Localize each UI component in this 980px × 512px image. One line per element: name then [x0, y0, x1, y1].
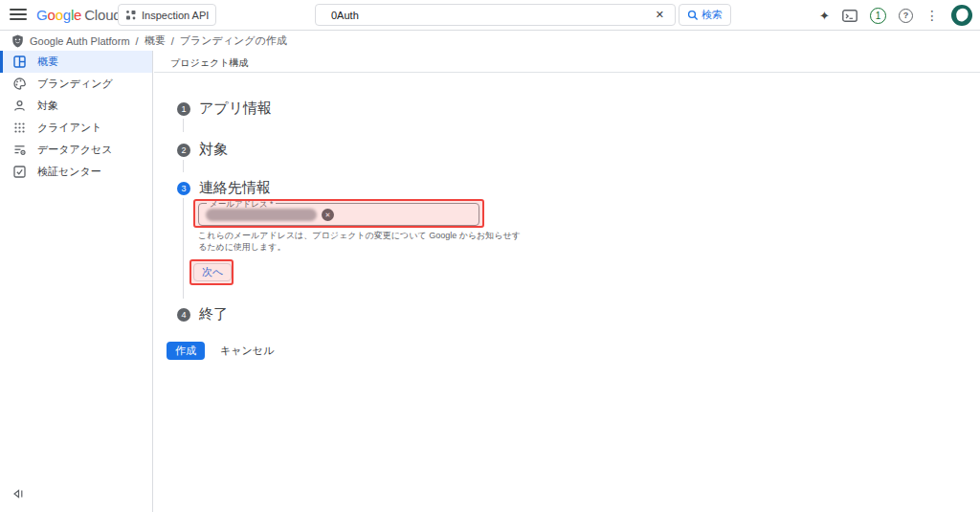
sidebar-item-label: ブランディング: [37, 77, 113, 91]
help-icon[interactable]: ?: [899, 9, 913, 23]
step-number-badge: 1: [177, 102, 190, 116]
step-label: 連絡先情報: [199, 179, 271, 197]
collapse-sidebar-icon[interactable]: [13, 485, 24, 502]
menu-icon[interactable]: [10, 9, 27, 22]
helper-line: これらのメールアドレスは、プロジェクトの変更について Google からお知らせ…: [198, 230, 521, 241]
project-icon: [125, 10, 137, 21]
sidebar-item-label: データアクセス: [37, 143, 113, 157]
project-selector-label: Inspection API: [142, 10, 209, 21]
step-connector: [183, 160, 184, 172]
sidebar-item-label: 概要: [37, 55, 58, 69]
sidebar-item-clients[interactable]: クライアント: [0, 117, 152, 139]
more-options-icon[interactable]: ⋮: [925, 8, 939, 23]
page-title: プロジェクト構成: [170, 56, 248, 70]
step-app-info[interactable]: 1 アプリ情報: [177, 100, 272, 118]
search-input-value[interactable]: 0Auth: [316, 10, 645, 21]
helper-line: るために使用します。: [198, 241, 521, 253]
form-actions: 作成 キャンセル: [167, 342, 278, 360]
step-label: 終了: [199, 305, 228, 323]
clear-search-icon[interactable]: ✕: [645, 9, 675, 21]
data-access-icon: [13, 144, 26, 156]
verification-check-icon: [13, 166, 26, 178]
breadcrumb-section[interactable]: 概要: [145, 33, 166, 48]
gemini-sparkle-icon[interactable]: ✦: [819, 9, 830, 23]
breadcrumb-separator: /: [171, 35, 174, 47]
account-avatar[interactable]: [951, 5, 972, 26]
sidebar-nav: 概要 ブランディング 対象 クライアント データアクセス: [0, 51, 153, 512]
remove-chip-icon[interactable]: ✕: [322, 209, 334, 221]
sidebar-item-label: クライアント: [37, 121, 102, 135]
breadcrumb-root[interactable]: Google Auth Platform: [30, 35, 130, 47]
step-audience[interactable]: 2 対象: [177, 141, 228, 159]
step-number-badge: 2: [177, 144, 190, 157]
person-icon: [13, 100, 26, 112]
search-bar: 0Auth ✕ 検索: [315, 4, 731, 26]
logo-letter: g: [63, 7, 71, 23]
next-button[interactable]: 次へ: [193, 263, 232, 281]
sidebar-item-verification-center[interactable]: 検証センター: [0, 161, 152, 183]
sidebar-item-label: 検証センター: [37, 165, 101, 179]
step-number-badge: 4: [177, 308, 190, 322]
auth-platform-shield-icon: [11, 34, 24, 48]
email-helper-text: これらのメールアドレスは、プロジェクトの変更について Google からお知らせ…: [198, 230, 521, 253]
breadcrumb: Google Auth Platform / 概要 / ブランディングの作成: [0, 31, 980, 51]
google-cloud-logo[interactable]: GoogleCloud: [36, 7, 121, 23]
logo-letter: e: [74, 7, 81, 23]
notifications-icon[interactable]: 1: [870, 8, 886, 24]
sidebar-item-branding[interactable]: ブランディング: [0, 73, 152, 95]
sidebar-item-label: 対象: [37, 99, 58, 113]
create-button[interactable]: 作成: [167, 342, 205, 360]
apps-grid-icon: [13, 122, 26, 134]
email-address-field[interactable]: メールアドレス * ✕: [198, 203, 479, 226]
search-icon: [687, 10, 699, 21]
topbar-actions: ✦ 1 ? ⋮: [819, 0, 972, 31]
breadcrumb-current-page: ブランディングの作成: [180, 33, 287, 48]
step-finish: 4 終了: [177, 305, 228, 323]
logo-letter: G: [36, 7, 47, 23]
step-connector: [183, 119, 184, 132]
overview-icon: [13, 56, 26, 68]
divider: [154, 72, 980, 73]
google-cloud-console: GoogleCloud Inspection API 0Auth ✕ 検索 ✦: [0, 0, 980, 512]
redacted-email-chip: [206, 209, 317, 221]
step-contact-info: 3 連絡先情報: [177, 179, 271, 197]
step-connector: [183, 198, 184, 299]
search-button[interactable]: 検索: [679, 4, 731, 26]
sidebar-item-data-access[interactable]: データアクセス: [0, 139, 152, 161]
step-number-badge: 3: [177, 182, 190, 195]
logo-cloud-text: Cloud: [84, 7, 121, 23]
search-input[interactable]: 0Auth ✕: [315, 4, 676, 26]
breadcrumb-separator: /: [136, 35, 139, 47]
sidebar-item-overview[interactable]: 概要: [0, 51, 152, 73]
top-app-bar: GoogleCloud Inspection API 0Auth ✕ 検索 ✦: [0, 0, 980, 31]
logo-letter: o: [56, 7, 63, 23]
step-label: アプリ情報: [199, 100, 272, 118]
main-content: プロジェクト構成 1 アプリ情報 2 対象 3 連絡先情報 メールアドレス * …: [154, 51, 980, 512]
sidebar-item-audience[interactable]: 対象: [0, 95, 152, 117]
cancel-button[interactable]: キャンセル: [215, 342, 278, 360]
palette-icon: [13, 78, 26, 90]
cloud-shell-icon[interactable]: [842, 10, 858, 22]
logo-letter: o: [47, 7, 55, 23]
step-label: 対象: [199, 141, 228, 159]
search-button-label: 検索: [702, 8, 723, 22]
project-selector-button[interactable]: Inspection API: [118, 4, 216, 26]
